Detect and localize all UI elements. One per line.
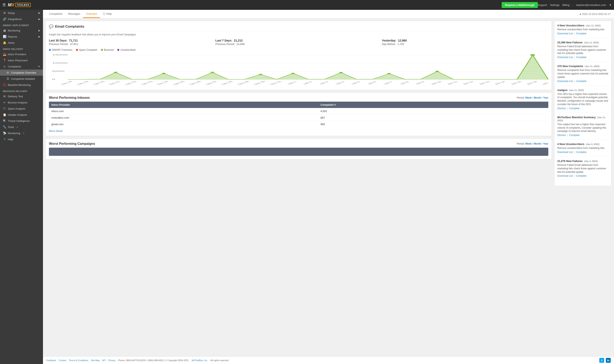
stat-yesterday-label: Yesterday: 12,980 [382, 39, 548, 42]
period-month-inboxes[interactable]: Month [534, 96, 541, 99]
linkedin-icon[interactable]: in [606, 358, 611, 363]
footer-feedback[interactable]: Feedback [46, 359, 56, 362]
sidebar-item-inbox-placement[interactable]: 📍 Inbox Placement [0, 57, 43, 63]
svg-text:Jan-5: Jan-5 [350, 81, 361, 85]
notif-link[interactable]: Download List [557, 151, 573, 154]
notif-link[interactable]: Complete [576, 32, 586, 35]
footer-rights: All rights reserved. [210, 359, 229, 362]
sidebar-item-bounce-analysis[interactable]: ↩ Bounce Analysis [0, 99, 43, 105]
svg-text:Jan-10: Jan-10 [430, 81, 442, 85]
complaint-count-cell: 565 [318, 121, 548, 128]
period-selector-inboxes: Period: Week / Month / Year [517, 96, 548, 99]
inbox-placement-icon: 📍 [3, 59, 6, 62]
sidebar-item-reports[interactable]: 📊 Reports ▶ [0, 34, 43, 40]
svg-text:Dec-31: Dec-31 [269, 81, 282, 85]
sidebar-item-alerts[interactable]: 🔔 Alerts [0, 40, 43, 46]
sidebar-item-complaints-detailed[interactable]: ☰ Complaints Detailed [0, 76, 43, 82]
provider-cell: mxtoolbox.com [49, 115, 318, 121]
dmarc-section-header: DMARC Deployment [0, 22, 43, 27]
notif-link[interactable]: Dismiss [557, 107, 566, 110]
notif-link[interactable]: Dismiss [557, 134, 566, 137]
twitter-icon[interactable]: t [599, 358, 604, 363]
threat-intelligence-icon: 🔍 [3, 119, 6, 122]
notif-link[interactable]: Complete [576, 56, 586, 59]
sidebar-item-header-analysis[interactable]: 📋 Header Analysis [0, 112, 43, 118]
top-navigation: ☰ MX TOOLBOX Request a Walkthrough Suppo… [0, 0, 614, 10]
bounce-analysis-icon: ↩ [3, 101, 6, 104]
sidebar-item-spam-analysis[interactable]: 🛡 Spam Analysis [0, 105, 43, 112]
notif-link[interactable]: Complete [576, 151, 586, 154]
period-year-inboxes[interactable]: Year [543, 96, 548, 99]
sidebar-item-delivery-test[interactable]: ✉ Delivery Test [0, 93, 43, 99]
sidebar-item-label: Reports [8, 35, 17, 38]
monitoring2-icon: 📡 [3, 131, 6, 135]
sidebar-item-threat-intelligence[interactable]: 🔍 Threat Intelligence [0, 118, 43, 124]
svg-point-9 [162, 73, 165, 74]
footer-brand[interactable]: MXToolBox, Inc. [192, 359, 208, 362]
delivery-test-icon: ✉ [3, 95, 6, 98]
sidebar-item-tools[interactable]: 🔧 Tools ↗ [0, 124, 43, 130]
stat-last7-prev: Previous Period: 14,849 [215, 42, 382, 46]
period-year-campaigns[interactable]: Year [543, 142, 548, 145]
sidebar-item-complaints-overview[interactable]: ⊙ Complaints Overview [0, 69, 43, 76]
svg-text:Jan-3: Jan-3 [318, 81, 329, 85]
sidebar-item-integrations[interactable]: 🔗 Integrations ▶ [0, 16, 43, 22]
notif-link[interactable]: Download List [557, 32, 573, 35]
tab-complaints[interactable]: Complaints [46, 10, 65, 18]
period-week-inboxes[interactable]: Week [525, 96, 532, 99]
sidebar-item-setup[interactable]: ⚙ Setup ▶ [0, 10, 43, 16]
notif-link[interactable]: Complete [576, 80, 586, 83]
sidebar-item-inbox-providers[interactable]: 📥 Inbox Providers [0, 51, 43, 57]
svg-point-10 [211, 72, 214, 73]
sidebar-item-blacklist[interactable]: 🚫 Blacklist Monitoring [0, 82, 43, 88]
user-email[interactable]: stephen@mxtoolbox.com [576, 3, 606, 7]
sidebar-item-label: Tools [8, 126, 14, 129]
notification-item: mailgun (Jan 11, 2022) This OES has a hi… [557, 89, 608, 113]
svg-text:Jan-16: Jan-16 [525, 81, 538, 85]
more-detail-link[interactable]: More Detail [49, 130, 62, 132]
blacklist-icon: 🚫 [3, 83, 6, 87]
notif-link[interactable]: Complete [569, 107, 580, 110]
period-week-campaigns[interactable]: Week [525, 142, 532, 145]
notif-link[interactable]: Download List [557, 80, 573, 83]
notif-link[interactable]: Download List [557, 174, 573, 177]
billing-link[interactable]: Billing [562, 3, 570, 7]
notif-title: 23,386 New Failures (Jan 11, 2022) [557, 41, 608, 44]
period-month-campaigns[interactable]: Month [534, 142, 541, 145]
sidebar-item-complaints[interactable]: ⚠ Complaints ▼ [0, 63, 43, 69]
notif-link[interactable]: Complete [576, 174, 586, 177]
svg-text:Jan-2: Jan-2 [302, 81, 313, 85]
walkthrough-button[interactable]: Request a Walkthrough [502, 2, 538, 8]
tab-overview[interactable]: Overview [83, 10, 100, 18]
sidebar-item-monitoring[interactable]: ▦ Monitoring ▶ [0, 27, 43, 34]
footer-sitemap[interactable]: Site Map [91, 359, 100, 362]
footer-terms[interactable]: Terms & Conditions [69, 359, 88, 362]
hamburger-menu[interactable]: ☰ [2, 3, 6, 7]
user-dropdown-icon[interactable]: ▼ [609, 3, 612, 7]
sidebar-item-label: Spam Analysis [8, 107, 25, 110]
notif-link[interactable]: Download List [557, 56, 573, 59]
svg-text:Jan-1: Jan-1 [286, 81, 297, 85]
chart-svg: 15000 10000 5000 0 [49, 53, 548, 86]
notification-item: 375 New Complaints (Jan 11, 2022) Remove… [557, 65, 608, 85]
svg-text:Dec-19: Dec-19 [76, 81, 89, 85]
tab-messages[interactable]: Messages [65, 10, 83, 18]
date-range-display[interactable]: ◄ 2021-12-18 to 2022-01-17 [579, 13, 611, 15]
svg-text:Jan-14: Jan-14 [493, 81, 506, 85]
support-link[interactable]: Support [538, 3, 547, 7]
sidebar-item-help[interactable]: ? Help [0, 136, 43, 142]
sidebar-item-label: Threat Intelligence [8, 119, 30, 122]
footer-privacy[interactable]: Privacy [108, 359, 116, 362]
svg-text:Dec-18: Dec-18 [60, 81, 73, 85]
settings-link[interactable]: Settings [550, 3, 559, 7]
footer-contact[interactable]: Contact [58, 359, 66, 362]
sub-navigation: Complaints Messages Overview ⓘ Help ◄ 20… [43, 10, 614, 18]
footer-api[interactable]: API [102, 359, 106, 362]
tab-help[interactable]: ⓘ Help [100, 10, 114, 18]
sidebar-item-monitoring2[interactable]: 📡 Monitoring ↗ [0, 130, 43, 136]
notif-title: 21,076 New Failures (Jan 4, 2022) [557, 159, 608, 163]
notif-title: 375 New Complaints (Jan 11, 2022) [557, 65, 608, 68]
notif-link[interactable]: Complete [569, 134, 580, 137]
help-circle-icon: ⓘ [103, 12, 105, 15]
svg-point-15 [435, 71, 439, 72]
